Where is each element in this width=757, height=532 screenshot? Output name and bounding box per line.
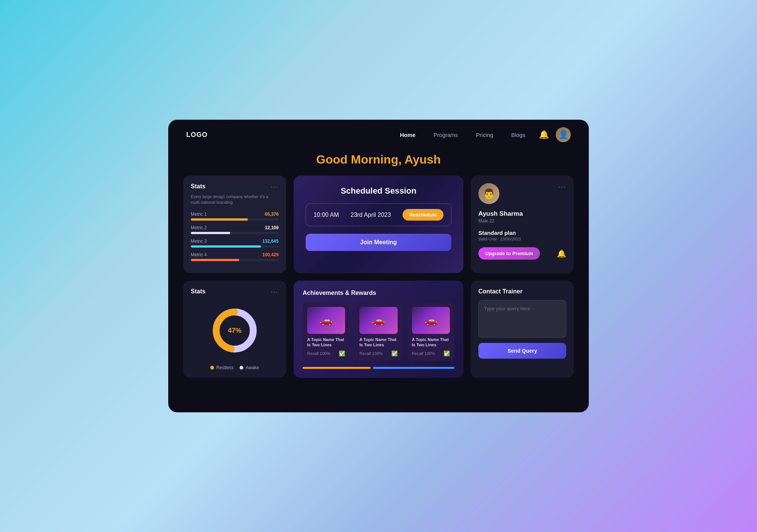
metric-4-bar xyxy=(191,259,239,261)
metric-2-label: Metric 2 xyxy=(191,225,207,230)
achievements-grid: 🚗 A Topic Name That Is Two Lines Recall … xyxy=(303,302,454,361)
stats-top-title: Stats xyxy=(191,183,205,190)
achievement-recall-2: Recall 100% xyxy=(359,351,383,356)
stats-top-card: Stats ··· Every large design company whe… xyxy=(183,176,286,273)
achievement-item-1: 🚗 A Topic Name That Is Two Lines Recall … xyxy=(303,302,350,361)
achievement-name-3: A Topic Name That Is Two Lines xyxy=(412,337,450,348)
user-plan-validity: Valid Until : 23/06/2023 xyxy=(478,237,566,241)
metric-3-value: 132,645 xyxy=(262,239,279,244)
contact-card: Contact Trainer Send Query xyxy=(471,281,574,378)
app-window: LOGO Home Programs Pricing Blogs 🔔 👤 Goo… xyxy=(168,120,589,412)
send-query-button[interactable]: Send Query xyxy=(478,343,566,359)
user-bell-icon[interactable]: 🔔 xyxy=(557,249,566,258)
achievement-check-2: ✅ xyxy=(391,350,398,356)
user-card-header: 👨 ··· xyxy=(478,183,566,204)
nav-pricing[interactable]: Pricing xyxy=(476,132,493,138)
achievement-img-1: 🚗 xyxy=(307,307,345,334)
metric-2-value: 12,109 xyxy=(265,225,279,230)
metric-1-label: Metric 1 xyxy=(191,212,207,217)
session-title: Scheduled Session xyxy=(341,186,416,196)
metric-2-bar xyxy=(191,232,230,234)
nav-programs[interactable]: Programs xyxy=(434,132,458,138)
legend-dot-restless xyxy=(210,366,214,370)
stats-bottom-menu[interactable]: ··· xyxy=(271,288,279,296)
user-card-menu[interactable]: ··· xyxy=(558,183,566,191)
contact-title: Contact Trainer xyxy=(478,288,566,295)
legend-label-restless: Restless xyxy=(216,365,234,370)
achievement-item-2: 🚗 A Topic Name That Is Two Lines Recall … xyxy=(355,302,402,361)
stats-top-header: Stats ··· xyxy=(191,183,279,191)
reschedule-button[interactable]: Reschedule xyxy=(403,209,443,221)
greeting-text: Good Morning, Ayush xyxy=(168,153,589,167)
metric-3-label: Metric 3 xyxy=(191,239,207,244)
metric-row-1: Metric 1 65,376 xyxy=(191,212,279,221)
metric-row-3: Metric 3 132,645 xyxy=(191,239,279,248)
nav-blogs[interactable]: Blogs xyxy=(511,132,525,138)
achievement-name-1: A Topic Name That Is Two Lines xyxy=(307,337,345,348)
donut-legend: Restless Awake xyxy=(191,365,279,370)
upgrade-button[interactable]: Upgrade to Premium xyxy=(478,247,540,260)
metric-3-bar xyxy=(191,245,261,248)
achievements-card: Achievements & Rewards 🚗 A Topic Name Th… xyxy=(294,281,463,378)
metric-4-label: Metric 4 xyxy=(191,252,207,257)
nav-home[interactable]: Home xyxy=(400,132,416,138)
stats-bottom-card: Stats ··· 47% xyxy=(183,281,286,378)
achievement-car-icon-3: 🚗 xyxy=(424,314,437,326)
stats-top-subtitle: Every large design company whether it's … xyxy=(191,194,279,206)
session-card: Scheduled Session 10:00 AM 23rd April 20… xyxy=(294,176,463,273)
metric-row-2: Metric 2 12,109 xyxy=(191,225,279,234)
achievement-recall-row-3: Recall 100% ✅ xyxy=(412,350,450,356)
session-date: 23rd April 2023 xyxy=(350,212,391,218)
user-name: Ayush Sharma xyxy=(478,210,566,218)
user-avatar: 👨 xyxy=(478,183,499,204)
donut-container: 47% xyxy=(191,299,279,362)
achievements-progress-yellow xyxy=(303,367,371,369)
metric-4-value: 100,429 xyxy=(262,252,279,257)
stats-top-menu[interactable]: ··· xyxy=(271,183,279,191)
achievements-progress-blue xyxy=(373,367,454,369)
user-plan-title: Standard plan xyxy=(478,230,566,236)
nav-right: 🔔 👤 xyxy=(539,127,571,142)
achievement-img-2: 🚗 xyxy=(359,307,397,334)
achievement-car-icon-1: 🚗 xyxy=(320,314,333,326)
achievement-check-3: ✅ xyxy=(443,350,450,356)
bell-icon[interactable]: 🔔 xyxy=(539,130,549,140)
legend-label-awake: Awake xyxy=(246,365,259,370)
achievement-recall-1: Recall 100% xyxy=(307,351,330,356)
achievement-recall-row-1: Recall 100% ✅ xyxy=(307,350,345,356)
stats-bottom-header: Stats ··· xyxy=(191,288,279,296)
achievements-progress xyxy=(303,367,454,369)
achievement-img-3: 🚗 xyxy=(412,307,450,334)
nav-logo: LOGO xyxy=(186,131,208,139)
metric-1-value: 65,376 xyxy=(265,212,279,217)
session-time-box: 10:00 AM 23rd April 2023 Reschedule xyxy=(306,203,451,226)
metric-1-bar xyxy=(191,218,248,221)
achievement-car-icon-2: 🚗 xyxy=(372,314,385,326)
main-grid: Stats ··· Every large design company whe… xyxy=(168,176,589,390)
avatar[interactable]: 👤 xyxy=(556,127,571,142)
metric-row-4: Metric 4 100,429 xyxy=(191,252,279,261)
achievement-recall-row-2: Recall 100% ✅ xyxy=(359,350,397,356)
join-meeting-button[interactable]: Join Meeting xyxy=(306,234,451,251)
legend-dot-awake xyxy=(240,366,243,370)
donut-pct: 47% xyxy=(228,327,241,334)
nav-links: Home Programs Pricing Blogs xyxy=(400,132,525,138)
achievements-title: Achievements & Rewards xyxy=(303,290,454,296)
session-time: 10:00 AM xyxy=(314,212,339,218)
legend-awake: Awake xyxy=(240,365,259,370)
achievement-recall-3: Recall 100% xyxy=(412,351,435,356)
achievement-name-2: A Topic Name That Is Two Lines xyxy=(359,337,397,348)
achievement-check-1: ✅ xyxy=(339,350,345,356)
legend-restless: Restless xyxy=(210,365,234,370)
user-card: 👨 ··· Ayush Sharma Male 22 Standard plan… xyxy=(471,176,574,273)
navbar: LOGO Home Programs Pricing Blogs 🔔 👤 xyxy=(168,120,589,150)
stats-bottom-title: Stats xyxy=(191,288,205,295)
user-info: Male 22 xyxy=(478,218,566,224)
query-input[interactable] xyxy=(478,300,566,338)
user-card-footer: Upgrade to Premium 🔔 xyxy=(478,247,566,260)
achievement-item-3: 🚗 A Topic Name That Is Two Lines Recall … xyxy=(407,302,454,361)
